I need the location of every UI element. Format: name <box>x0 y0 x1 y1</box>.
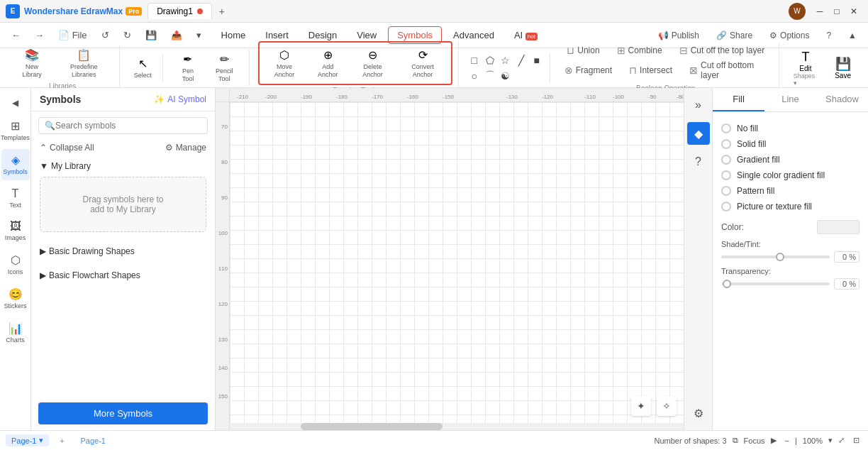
add-anchor-button[interactable]: ⊕ Add Anchor <box>308 45 347 82</box>
pattern-fill-radio[interactable] <box>721 186 731 196</box>
collapse-ribbon-button[interactable]: ▲ <box>842 28 862 43</box>
predefine-libraries-button[interactable]: 📋 Predefine Libraries <box>54 45 113 82</box>
combine-button[interactable]: ⊞ Combine <box>611 43 668 57</box>
cut-top-button[interactable]: ⊟ Cut off the top layer <box>674 43 771 57</box>
tab-fill[interactable]: Fill <box>713 88 764 111</box>
page-1-tab[interactable]: Page-1 ▾ <box>6 434 49 446</box>
single-color-radio[interactable] <box>721 170 731 180</box>
share-button[interactable]: 🔗 Share <box>711 28 758 43</box>
sidebar-item-icons[interactable]: ⬡ Icons <box>1 249 30 280</box>
sidebar-item-stickers[interactable]: 😊 Stickers <box>1 283 30 314</box>
sidebar-item-text[interactable]: T Text <box>1 183 30 214</box>
solid-fill-radio[interactable] <box>721 139 731 149</box>
union-button[interactable]: ⊔ Union <box>561 43 605 57</box>
star-shape[interactable]: ☆ <box>499 53 513 67</box>
manage-button[interactable]: ⚙ Manage <box>165 143 206 153</box>
export-button[interactable]: 📤 <box>165 27 188 43</box>
no-fill-radio[interactable] <box>721 124 731 133</box>
add-tab-button[interactable]: + <box>213 3 230 20</box>
ai-symbol-button[interactable]: ✨ AI Symbol <box>154 94 206 104</box>
fragment-button[interactable]: ⊗ Fragment <box>559 59 618 82</box>
tab-line[interactable]: Line <box>764 88 816 111</box>
new-library-button[interactable]: 📚 New Library <box>11 45 52 82</box>
h-scrollbar[interactable] <box>230 423 684 430</box>
gradient-fill-radio[interactable] <box>721 155 731 165</box>
basic-drawing-toggle[interactable]: ▶ Basic Drawing Shapes <box>40 246 206 256</box>
canvas-area[interactable]: -210 -200 -190 -180 -170 -160 -150 -130 … <box>216 88 684 430</box>
pentagon-shape[interactable]: ⬠ <box>483 53 497 67</box>
save-button[interactable]: 💾 <box>140 27 162 43</box>
page-dropdown-icon[interactable]: ▾ <box>39 436 43 445</box>
line-shape[interactable]: ╱ <box>514 53 528 67</box>
cut-bottom-button[interactable]: ⊠ Cut off bottom layer <box>684 59 773 82</box>
question-tool-button[interactable]: ? <box>687 150 710 173</box>
minimize-button[interactable]: ─ <box>811 3 828 20</box>
publish-button[interactable]: 📢 Publish <box>652 28 705 43</box>
menu-ai[interactable]: AI hot <box>506 27 546 43</box>
star-icon-btn[interactable]: ✧ <box>657 396 677 416</box>
redo-button[interactable]: ↻ <box>118 27 137 43</box>
sidebar-item-charts[interactable]: 📊 Charts <box>1 317 30 349</box>
search-box[interactable]: 🔍 <box>38 117 208 134</box>
rect-shape[interactable]: □ <box>467 53 482 67</box>
sidebar-item-images[interactable]: 🖼 Images <box>1 216 30 246</box>
sidebar-item-symbols[interactable]: ◈ Symbols <box>1 149 30 180</box>
my-library-toggle[interactable]: ▼ My Library <box>40 161 206 171</box>
more-symbols-button[interactable]: More Symbols <box>38 402 208 424</box>
close-button[interactable]: ✕ <box>845 3 862 20</box>
convert-anchor-button[interactable]: ⟳ Convert Anchor <box>397 45 447 82</box>
shade-tint-track[interactable] <box>721 256 830 258</box>
zoom-out-button[interactable]: − <box>782 435 792 446</box>
search-input[interactable] <box>55 121 201 131</box>
forward-button[interactable]: → <box>29 27 50 43</box>
pen-tool-button[interactable]: ✒ Pen Tool <box>172 50 204 86</box>
intersect-button[interactable]: ⊓ Intersect <box>623 59 678 82</box>
edit-button[interactable]: T Edit Shapes ▾ <box>788 47 824 89</box>
circle-shape[interactable]: ○ <box>467 69 482 83</box>
shade-tint-thumb[interactable] <box>776 253 784 261</box>
tab-shadow[interactable]: Shadow <box>816 88 868 111</box>
h-scroll-thumb[interactable] <box>301 423 443 430</box>
select-tool-button[interactable]: ↖ Select <box>128 54 157 82</box>
help-button[interactable]: ? <box>820 28 837 43</box>
collapse-sidebar-button[interactable]: ◀ <box>1 94 30 112</box>
canvas-grid[interactable]: ✦ ✧ <box>230 102 684 430</box>
sidebar-item-templates[interactable]: ⊞ Templates <box>1 115 30 146</box>
color-preview[interactable] <box>817 220 859 234</box>
transparency-track[interactable] <box>721 282 830 285</box>
back-button[interactable]: ← <box>6 27 26 43</box>
square-shape[interactable]: ■ <box>530 53 544 67</box>
menu-home[interactable]: Home <box>213 27 255 43</box>
single-color-option[interactable]: Single color gradient fill <box>721 168 859 183</box>
undo-button[interactable]: ↺ <box>96 27 115 43</box>
gradient-fill-option[interactable]: Gradient fill <box>721 152 859 168</box>
fill-tool-button[interactable]: ◆ <box>687 122 710 145</box>
no-fill-option[interactable]: No fill <box>721 121 859 136</box>
avatar[interactable]: W <box>789 3 806 20</box>
add-page-button[interactable]: + <box>55 434 69 448</box>
fit2-button[interactable]: ⊡ <box>850 434 862 446</box>
pencil-tool-button[interactable]: ✏ Pencil Tool <box>206 50 243 86</box>
move-anchor-button[interactable]: ⬡ Move Anchor <box>262 45 306 82</box>
basic-flowchart-toggle[interactable]: ▶ Basic Flowchart Shapes <box>40 270 206 280</box>
pattern-fill-option[interactable]: Pattern fill <box>721 183 859 199</box>
zoom-dropdown-icon[interactable]: ▾ <box>828 436 833 445</box>
options-button[interactable]: ⚙ Options <box>764 28 815 43</box>
file-menu[interactable]: 📄 File <box>52 27 93 43</box>
fit-button[interactable]: ⤢ <box>835 434 847 446</box>
maximize-button[interactable]: □ <box>828 3 845 20</box>
save-toolbar-button[interactable]: 💾 Save <box>829 53 857 82</box>
sparkle-icon-btn[interactable]: ✦ <box>631 396 651 416</box>
picture-fill-option[interactable]: Picture or texture fill <box>721 199 859 214</box>
spiral-shape[interactable]: ☯ <box>499 69 513 83</box>
collapse-all-button[interactable]: ⌃ Collapse All <box>40 143 94 153</box>
zoom-value[interactable]: 100% <box>800 435 825 446</box>
delete-anchor-button[interactable]: ⊖ Delete Anchor <box>350 45 396 82</box>
arc-shape[interactable]: ⌒ <box>483 69 497 83</box>
layers-icon[interactable]: ⧉ <box>733 436 738 445</box>
picture-fill-radio[interactable] <box>721 202 731 212</box>
play-icon[interactable]: ▶ <box>771 436 777 445</box>
document-tab[interactable]: Drawing1 <box>148 3 212 19</box>
more-dropdown[interactable]: ▾ <box>191 27 207 43</box>
settings-tool-button[interactable]: ⚙ <box>687 402 710 424</box>
